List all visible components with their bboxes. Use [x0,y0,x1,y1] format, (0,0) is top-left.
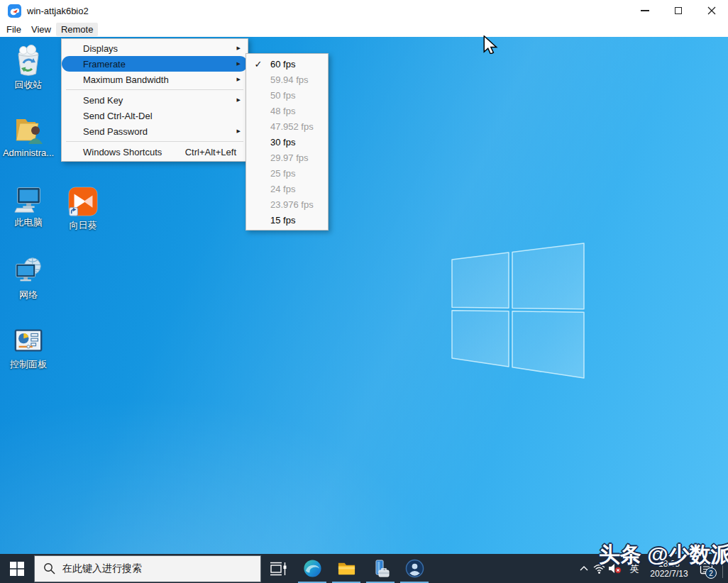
mouse-cursor [483,35,499,54]
menu-item-label: Send Ctrl-Alt-Del [83,111,153,121]
submenu-arrow-icon: ▶ [237,97,241,103]
check-icon: ✓ [246,59,270,70]
menu-item-label: Send Key [83,95,123,106]
menu-item-send-key[interactable]: Send Key ▶ [62,92,248,108]
framerate-option-label: 24 fps [270,184,295,194]
submenu-arrow-icon: ▶ [237,128,241,134]
menu-item-label: Maximum Bandwidth [83,74,169,85]
menu-separator [66,141,243,142]
framerate-option-label: 48 fps [270,106,295,116]
menu-item-framerate[interactable]: Framerate ▶ [62,56,248,72]
framerate-option-label: 29.97 fps [270,152,309,163]
framerate-option-23-976fps[interactable]: 23.976 fps [246,196,328,212]
framerate-option-label: 25 fps [270,168,295,179]
menu-item-label: Framerate [83,59,126,70]
menu-item-displays[interactable]: Displays ▶ [62,40,248,56]
framerate-option-label: 15 fps [270,215,295,226]
watermark-text: 头条 @少数派 [599,540,728,570]
framerate-option-label: 50 fps [270,90,295,101]
menu-separator [66,89,243,90]
framerate-option-48fps[interactable]: 48 fps [246,103,328,118]
framerate-option-50fps[interactable]: 50 fps [246,87,328,103]
menu-item-shortcut: Ctrl+Alt+Left [185,147,241,157]
menu-item-windows-shortcuts[interactable]: Windows Shortcuts Ctrl+Alt+Left [62,144,248,160]
remote-menu-dropdown: Displays ▶ Framerate ▶ Maximum Bandwidth… [61,38,248,162]
framerate-option-label: 59.94 fps [270,74,309,85]
submenu-arrow-icon: ▶ [237,61,241,67]
framerate-option-29-97fps[interactable]: 29.97 fps [246,150,328,165]
menu-item-send-ctrl-alt-del[interactable]: Send Ctrl-Alt-Del [62,108,248,123]
framerate-option-59-94fps[interactable]: 59.94 fps [246,72,328,87]
framerate-option-60fps[interactable]: ✓ 60 fps [246,56,328,72]
menu-item-label: Send Password [83,126,148,137]
framerate-option-label: 30 fps [270,137,295,148]
framerate-option-24fps[interactable]: 24 fps [246,181,328,196]
framerate-option-30fps[interactable]: 30 fps [246,134,328,150]
submenu-arrow-icon: ▶ [237,45,241,51]
submenu-arrow-icon: ▶ [237,77,241,82]
framerate-option-47-952fps[interactable]: 47.952 fps [246,118,328,134]
remote-desktop-app-window: win-attjak6bio2 File View Remote [0,0,728,583]
framerate-option-25fps[interactable]: 25 fps [246,165,328,181]
framerate-option-label: 23.976 fps [270,199,314,210]
framerate-option-label: 60 fps [270,59,295,70]
framerate-submenu: ✓ 60 fps 59.94 fps 50 fps 48 fps 47.952 … [246,53,329,231]
menu-item-label: Displays [83,43,118,54]
menu-item-send-password[interactable]: Send Password ▶ [62,123,248,139]
framerate-option-15fps[interactable]: 15 fps [246,212,328,228]
menu-item-label: Windows Shortcuts [83,147,162,157]
framerate-option-label: 47.952 fps [270,121,314,132]
menu-item-maximum-bandwidth[interactable]: Maximum Bandwidth ▶ [62,72,248,87]
